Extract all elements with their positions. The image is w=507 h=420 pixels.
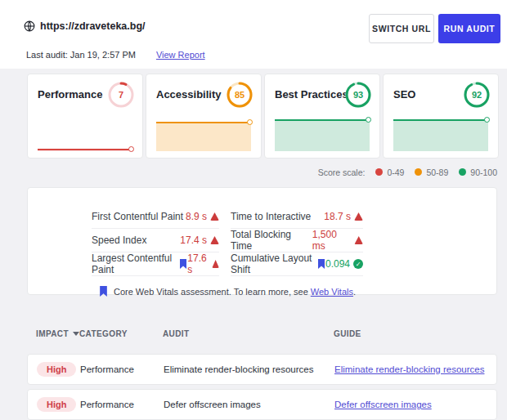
impact-badge: High: [37, 362, 76, 377]
score-gauge: 85: [226, 81, 254, 109]
score-gauge: 93: [344, 81, 372, 109]
core-web-vitals-note: Core Web Vitals assessment. To learn mor…: [92, 286, 363, 297]
audit-title: Defer offscreen images: [164, 400, 334, 409]
column-impact[interactable]: IMPACT: [36, 329, 79, 338]
legend-range-pass: 90-100: [459, 168, 497, 177]
legend-range-average: 50-89: [415, 168, 448, 177]
score-trend-sparkline: [38, 149, 132, 151]
metric-row-fcp: First Contentful Paint 8.9 s: [92, 205, 219, 229]
metric-row-cls: Cumulative Layout Shift 0.094: [231, 252, 363, 276]
red-dot-icon: [375, 168, 383, 176]
metric-row-speed-index: Speed Index 17.4 s: [92, 229, 219, 252]
content: Performance 7 Accessibility 85 Best Prac…: [0, 69, 507, 420]
metric-status-icon: [354, 236, 363, 244]
metrics-panel: First Contentful Paint 8.9 s Speed Index…: [27, 187, 497, 295]
score-trend-sparkline: [393, 119, 488, 151]
score-cards: Performance 7 Accessibility 85 Best Prac…: [27, 74, 499, 159]
score-value: 85: [226, 81, 254, 109]
header: https://zdraveteka.bg/ SWITCH URL RUN AU…: [0, 0, 507, 69]
green-dot-icon: [459, 168, 466, 176]
guide-link[interactable]: Defer offscreen images: [334, 400, 496, 409]
audited-url: https://zdraveteka.bg/: [40, 20, 146, 32]
audit-row: High Performance Eliminate render-blocki…: [27, 354, 497, 385]
score-gauge: 92: [463, 81, 491, 109]
last-audit-row: Last audit: Jan 19, 2:57 PM View Report: [26, 50, 205, 60]
legend-range-fail: 0-49: [375, 168, 404, 177]
audit-title: Eliminate render-blocking resources: [164, 364, 334, 374]
score-card-title: SEO: [393, 88, 415, 101]
score-trend-sparkline: [156, 122, 251, 151]
metric-status-icon: [210, 236, 219, 244]
guide-link[interactable]: Eliminate render-blocking resources: [334, 364, 496, 374]
score-value: 7: [107, 81, 135, 109]
score-card-title: Best Practices: [275, 88, 348, 101]
score-card-seo: SEO 92: [383, 74, 499, 159]
score-gauge: 7: [107, 81, 135, 109]
audit-dashboard: https://zdraveteka.bg/ SWITCH URL RUN AU…: [0, 0, 507, 420]
audits-table-header: IMPACT CATEGORY AUDIT GUIDE: [27, 329, 499, 338]
metrics-column-right: Time to Interactive 18.7 s Total Blockin…: [231, 205, 363, 276]
score-scale-legend: Score scale: 0-49 50-89 90-100: [27, 167, 497, 177]
sort-down-icon: [73, 332, 79, 336]
audit-row: High Performance Defer offscreen images …: [27, 389, 497, 420]
switch-url-button[interactable]: SWITCH URL: [369, 14, 434, 43]
orange-dot-icon: [415, 168, 422, 176]
impact-badge: High: [37, 397, 76, 412]
core-web-vital-bookmark-icon: [317, 259, 325, 269]
view-report-link[interactable]: View Report: [156, 50, 205, 60]
audited-url-row: https://zdraveteka.bg/: [24, 20, 146, 32]
metric-status-icon: [354, 212, 363, 221]
score-trend-sparkline: [275, 119, 370, 151]
core-web-vital-bookmark-icon: [179, 259, 187, 269]
metric-status-icon: [353, 259, 363, 269]
metric-row-tti: Time to Interactive 18.7 s: [231, 205, 363, 229]
web-vitals-link[interactable]: Web Vitals: [311, 287, 353, 297]
audit-category: Performance: [80, 400, 164, 409]
run-audit-button[interactable]: RUN AUDIT: [438, 14, 500, 43]
metric-status-icon: [210, 212, 219, 221]
column-guide: GUIDE: [334, 329, 499, 338]
column-audit: AUDIT: [163, 329, 334, 338]
last-audit-text: Last audit: Jan 19, 2:57 PM: [26, 50, 136, 60]
score-card-best-practices: Best Practices 93: [264, 74, 380, 159]
score-card-title: Performance: [38, 88, 102, 101]
globe-icon: [24, 20, 35, 32]
score-card-accessibility: Accessibility 85: [146, 74, 262, 159]
metric-row-lcp: Largest Contentful Paint 17.6 s: [92, 252, 219, 276]
score-card-title: Accessibility: [156, 88, 222, 101]
metric-status-icon: [212, 260, 219, 268]
audit-category: Performance: [80, 364, 164, 374]
score-card-performance: Performance 7: [27, 74, 143, 159]
metric-row-tbt: Total Blocking Time 1,500 ms: [231, 229, 363, 252]
score-value: 93: [344, 81, 372, 109]
core-web-vital-bookmark-icon: [99, 286, 108, 297]
score-scale-label: Score scale:: [318, 168, 366, 177]
metrics-column-left: First Contentful Paint 8.9 s Speed Index…: [92, 205, 219, 276]
column-category: CATEGORY: [79, 329, 163, 338]
score-value: 92: [463, 81, 491, 109]
